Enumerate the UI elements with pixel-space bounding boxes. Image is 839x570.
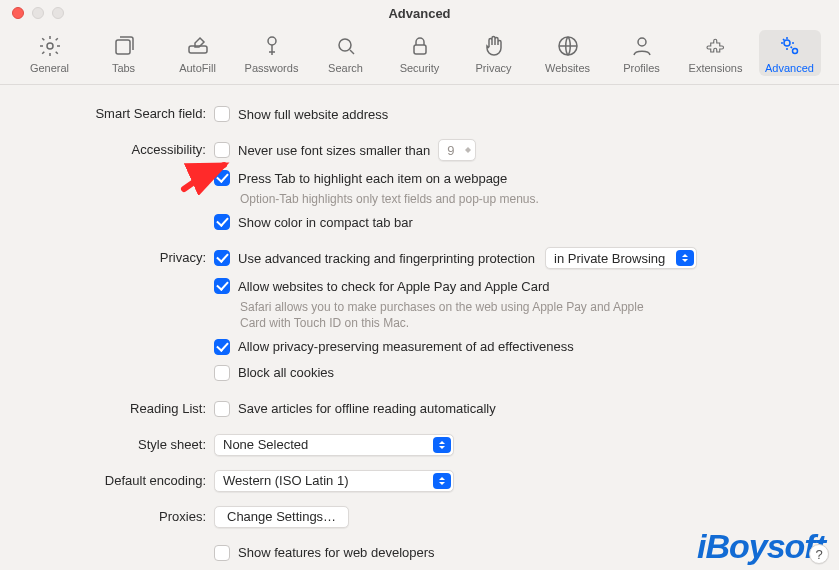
help-text: Option-Tab highlights only text fields a… bbox=[240, 191, 660, 207]
section-label-privacy: Privacy: bbox=[36, 247, 214, 265]
checkbox-show-full-address[interactable] bbox=[214, 106, 230, 122]
pencil-field-icon bbox=[186, 34, 210, 58]
tab-autofill[interactable]: AutoFill bbox=[167, 30, 229, 76]
tab-label: General bbox=[30, 62, 69, 74]
tab-security[interactable]: Security bbox=[389, 30, 451, 76]
gears-icon bbox=[778, 34, 802, 58]
gear-icon bbox=[38, 34, 62, 58]
chevron-up-down-icon bbox=[433, 473, 451, 489]
lock-icon bbox=[408, 34, 432, 58]
svg-point-3 bbox=[268, 37, 276, 45]
tab-passwords[interactable]: Passwords bbox=[241, 30, 303, 76]
tab-privacy[interactable]: Privacy bbox=[463, 30, 525, 76]
section-label-smart-search: Smart Search field: bbox=[36, 103, 214, 121]
change-proxy-settings-button[interactable]: Change Settings… bbox=[214, 506, 349, 528]
tab-label: Security bbox=[400, 62, 440, 74]
checkbox-label: Press Tab to highlight each item on a we… bbox=[238, 171, 507, 186]
tab-profiles[interactable]: Profiles bbox=[611, 30, 673, 76]
tab-general[interactable]: General bbox=[19, 30, 81, 76]
tracking-mode-select[interactable]: in Private Browsing bbox=[545, 247, 697, 269]
select-value: Western (ISO Latin 1) bbox=[223, 473, 348, 488]
tab-label: Extensions bbox=[689, 62, 743, 74]
section-label-reading-list: Reading List: bbox=[36, 398, 214, 416]
checkbox-tracking-protection[interactable] bbox=[214, 250, 230, 266]
tab-label: Tabs bbox=[112, 62, 135, 74]
default-encoding-select[interactable]: Western (ISO Latin 1) bbox=[214, 470, 454, 492]
chevron-up-down-icon bbox=[433, 437, 451, 453]
tab-websites[interactable]: Websites bbox=[537, 30, 599, 76]
style-sheet-select[interactable]: None Selected bbox=[214, 434, 454, 456]
select-value: None Selected bbox=[223, 437, 308, 452]
svg-rect-5 bbox=[414, 45, 426, 54]
tab-label: Websites bbox=[545, 62, 590, 74]
svg-point-9 bbox=[792, 49, 797, 54]
checkbox-show-color[interactable] bbox=[214, 214, 230, 230]
key-icon bbox=[260, 34, 284, 58]
tab-label: Advanced bbox=[765, 62, 814, 74]
checkbox-label: Allow websites to check for Apple Pay an… bbox=[238, 279, 549, 294]
checkbox-block-cookies[interactable] bbox=[214, 365, 230, 381]
puzzle-icon bbox=[704, 34, 728, 58]
section-label-style-sheet: Style sheet: bbox=[36, 434, 214, 452]
checkbox-label: Show features for web developers bbox=[238, 545, 435, 560]
tab-label: AutoFill bbox=[179, 62, 216, 74]
section-label-proxies: Proxies: bbox=[36, 506, 214, 524]
tab-extensions[interactable]: Extensions bbox=[685, 30, 747, 76]
checkbox-ad-measurement[interactable] bbox=[214, 339, 230, 355]
search-icon bbox=[334, 34, 358, 58]
checkbox-label: Never use font sizes smaller than bbox=[238, 143, 430, 158]
svg-point-7 bbox=[638, 38, 646, 46]
tab-label: Profiles bbox=[623, 62, 660, 74]
checkbox-label: Use advanced tracking and fingerprinting… bbox=[238, 251, 535, 266]
tabs-icon bbox=[112, 34, 136, 58]
checkbox-save-offline[interactable] bbox=[214, 401, 230, 417]
svg-rect-1 bbox=[116, 40, 130, 54]
checkbox-label: Save articles for offline reading automa… bbox=[238, 401, 496, 416]
settings-form: Smart Search field: Show full website ad… bbox=[0, 85, 839, 564]
tab-label: Privacy bbox=[475, 62, 511, 74]
globe-icon bbox=[556, 34, 580, 58]
checkbox-min-font-size[interactable] bbox=[214, 142, 230, 158]
checkbox-apple-pay[interactable] bbox=[214, 278, 230, 294]
tab-label: Passwords bbox=[245, 62, 299, 74]
svg-point-8 bbox=[784, 40, 790, 46]
min-font-size-stepper[interactable]: 9 bbox=[438, 139, 476, 161]
checkbox-label: Block all cookies bbox=[238, 365, 334, 380]
svg-point-4 bbox=[339, 39, 351, 51]
titlebar: Advanced bbox=[0, 0, 839, 26]
section-label-accessibility: Accessibility: bbox=[36, 139, 214, 157]
chevron-up-down-icon bbox=[676, 250, 694, 266]
tab-advanced[interactable]: Advanced bbox=[759, 30, 821, 76]
svg-point-0 bbox=[47, 43, 53, 49]
tab-tabs[interactable]: Tabs bbox=[93, 30, 155, 76]
select-value: in Private Browsing bbox=[554, 251, 665, 266]
help-text: Safari allows you to make purchases on t… bbox=[240, 299, 660, 331]
checkbox-press-tab[interactable] bbox=[214, 170, 230, 186]
checkbox-dev-features[interactable] bbox=[214, 545, 230, 561]
checkbox-label: Show full website address bbox=[238, 107, 388, 122]
button-label: Change Settings… bbox=[227, 509, 336, 524]
section-label-default-encoding: Default encoding: bbox=[36, 470, 214, 488]
checkbox-label: Allow privacy-preserving measurement of … bbox=[238, 339, 574, 354]
hand-icon bbox=[482, 34, 506, 58]
window-title: Advanced bbox=[0, 6, 839, 21]
pref-toolbar: General Tabs AutoFill Passwords Search S… bbox=[0, 26, 839, 85]
tab-search[interactable]: Search bbox=[315, 30, 377, 76]
checkbox-label: Show color in compact tab bar bbox=[238, 215, 413, 230]
help-label: ? bbox=[815, 547, 822, 562]
person-icon bbox=[630, 34, 654, 58]
chevron-up-down-icon bbox=[465, 144, 471, 156]
help-button[interactable]: ? bbox=[809, 544, 829, 564]
stepper-value: 9 bbox=[447, 143, 454, 158]
tab-label: Search bbox=[328, 62, 363, 74]
watermark: iBoysoft bbox=[697, 527, 825, 566]
